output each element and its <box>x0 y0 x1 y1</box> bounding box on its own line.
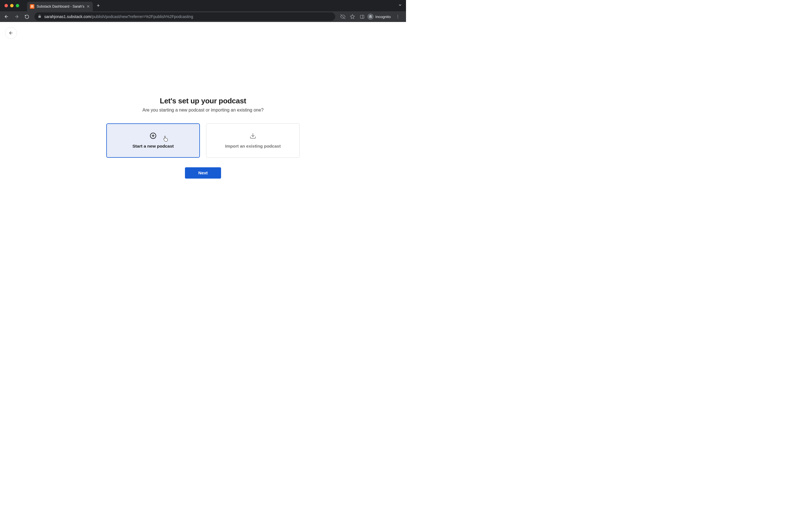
page-content: Let's set up your podcast Are you starti… <box>0 22 406 253</box>
svg-rect-6 <box>360 15 364 18</box>
incognito-icon <box>367 13 373 20</box>
svg-rect-0 <box>31 5 34 6</box>
option-import-existing-label: Import an existing podcast <box>225 144 281 149</box>
svg-marker-5 <box>350 15 355 18</box>
url-bar[interactable]: sarahjonas1.substack.com/publish/podcast… <box>35 12 335 21</box>
window-controls <box>3 4 22 7</box>
bookmark-star-icon[interactable] <box>348 12 357 21</box>
new-tab-button[interactable]: + <box>93 3 104 9</box>
tab-close-button[interactable]: ✕ <box>87 4 90 9</box>
side-panel-icon[interactable] <box>358 12 366 21</box>
next-button-label: Next <box>198 170 208 175</box>
nav-back-button[interactable] <box>2 12 11 21</box>
next-button[interactable]: Next <box>185 167 221 179</box>
url-path: /publish/podcast/new?referrer=%2Fpublish… <box>91 14 193 19</box>
url-host: sarahjonas1.substack.com <box>44 14 91 19</box>
option-start-new-label: Start a new podcast <box>133 144 174 149</box>
page-heading: Let's set up your podcast <box>104 97 302 105</box>
download-icon <box>250 132 256 140</box>
browser-tab[interactable]: Substack Dashboard - Sarah's ✕ <box>27 2 93 11</box>
incognito-badge[interactable]: Incognito <box>367 13 393 20</box>
kebab-menu-icon[interactable] <box>394 12 402 21</box>
svg-point-8 <box>369 17 370 18</box>
svg-point-9 <box>371 17 372 18</box>
lock-icon <box>38 14 42 19</box>
window-minimize-button[interactable] <box>10 4 13 7</box>
browser-chrome: Substack Dashboard - Sarah's ✕ + sarahjo… <box>0 0 406 22</box>
option-row: Start a new podcast Import an existing p… <box>104 123 302 158</box>
setup-wizard: Let's set up your podcast Are you starti… <box>104 97 302 179</box>
tab-bar: Substack Dashboard - Sarah's ✕ + <box>0 0 406 11</box>
svg-rect-1 <box>31 6 34 7</box>
page-subheading: Are you starting a new podcast or import… <box>104 108 302 113</box>
address-bar-row: sarahjonas1.substack.com/publish/podcast… <box>0 11 406 22</box>
window-maximize-button[interactable] <box>16 4 19 7</box>
toolbar-right-icons: Incognito <box>339 12 404 21</box>
eye-off-icon[interactable] <box>339 12 347 21</box>
tab-list-chevron-icon[interactable] <box>394 3 406 8</box>
option-import-existing-podcast[interactable]: Import an existing podcast <box>206 123 300 158</box>
svg-point-12 <box>398 17 398 18</box>
url-text: sarahjonas1.substack.com/publish/podcast… <box>44 14 193 19</box>
tab-title: Substack Dashboard - Sarah's <box>37 4 84 8</box>
incognito-label: Incognito <box>375 15 391 19</box>
plus-circle-icon <box>150 132 156 140</box>
page-back-button[interactable] <box>5 27 17 39</box>
svg-point-10 <box>398 15 398 15</box>
nav-forward-button[interactable] <box>12 12 21 21</box>
window-close-button[interactable] <box>4 4 8 7</box>
nav-reload-button[interactable] <box>22 12 31 21</box>
option-start-new-podcast[interactable]: Start a new podcast <box>106 123 200 158</box>
substack-favicon-icon <box>30 4 35 9</box>
svg-point-11 <box>398 16 398 17</box>
